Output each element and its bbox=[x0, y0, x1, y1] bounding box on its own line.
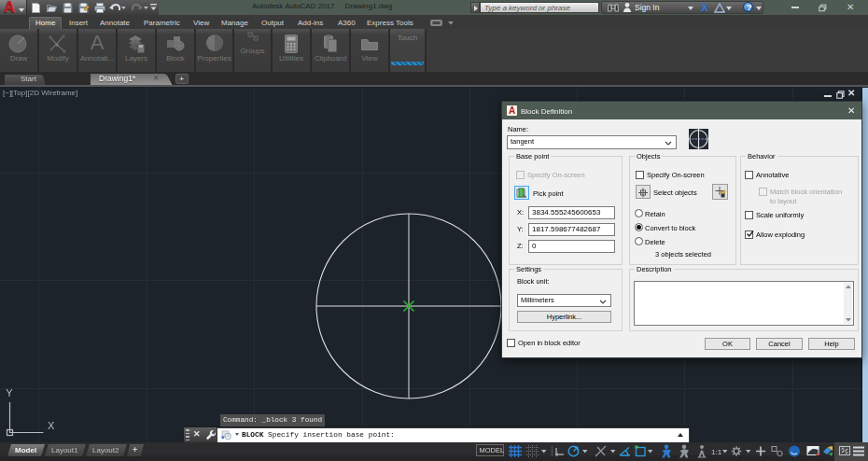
svg-text:Y: Y bbox=[6, 387, 13, 398]
svg-text:1:1: 1:1 bbox=[711, 448, 722, 456]
svg-text:X: X bbox=[48, 420, 55, 431]
